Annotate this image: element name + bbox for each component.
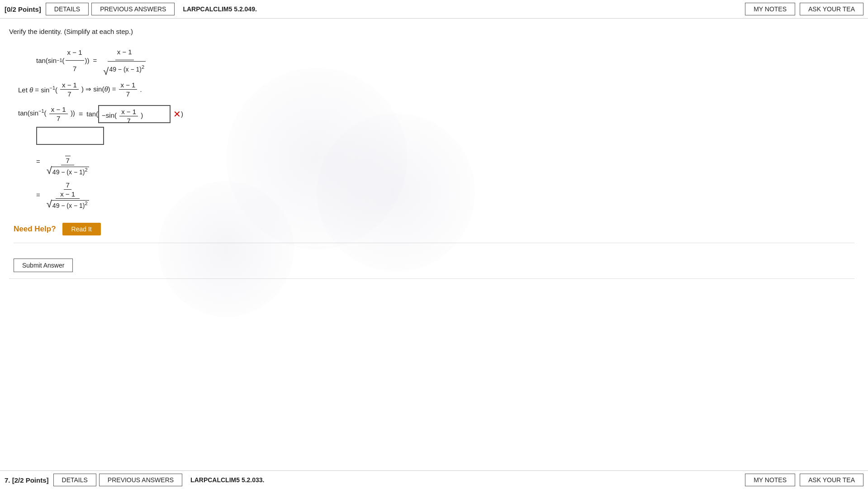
top-bar: [0/2 Points] DETAILS PREVIOUS ANSWERS LA…	[0, 0, 868, 19]
step2-input[interactable]	[36, 127, 104, 145]
step1-input[interactable]: −sin( x − 1 7 )	[98, 105, 171, 123]
frac-step3-outer: 7 √ 49 − (x − 1)2	[45, 148, 91, 176]
read-it-btn[interactable]: Read It	[62, 223, 101, 235]
wrong-icon: ✕	[173, 109, 181, 120]
main-content: Verify the identity. (Simplify at each s…	[0, 19, 868, 326]
problem-id-top: LARPCALCLIM5 5.2.049.	[183, 5, 256, 13]
tab-details-bottom[interactable]: DETAILS	[53, 474, 96, 486]
sqrt-step3: √ 49 − (x − 1)2	[47, 166, 89, 176]
main-formula: tan(sin−1( x − 1 7 )) = x − 1 √ 49 − (x …	[36, 44, 854, 77]
frac-x1-7-main: x − 1 7	[66, 45, 84, 76]
tab-previous-bottom[interactable]: PREVIOUS ANSWERS	[99, 474, 182, 486]
frac-step3-final: 7 x − 1 √ 49 − (x − 1)2	[45, 181, 91, 209]
submit-btn[interactable]: Submit Answer	[14, 259, 73, 272]
problem-id-bottom: LARPCALCLIM5 5.2.033.	[190, 476, 264, 484]
step1-line: tan(sin−1( x − 1 7 )) = tan( −sin( x − 1…	[18, 105, 854, 123]
paren2: (	[62, 53, 65, 68]
step3-line1: = 7 √ 49 − (x − 1)2	[36, 148, 854, 176]
paren-open: (	[46, 53, 48, 68]
tab-details-top[interactable]: DETAILS	[46, 3, 89, 15]
submit-area: Submit Answer	[9, 252, 854, 279]
bottom-bar: 7. [2/2 Points] DETAILS PREVIOUS ANSWERS…	[0, 470, 868, 489]
let-theta-line: Let θ = sin−1( x − 1 7 ) ⇒ sin(θ) = x − …	[18, 81, 854, 98]
frac-step1-inside: x − 1 7	[119, 108, 138, 125]
step3-block: = 7 √ 49 − (x − 1)2	[36, 148, 854, 209]
need-help-label: Need Help?	[14, 225, 56, 234]
frac-rhs-main: x − 1 √ 49 − (x − 1)2	[101, 44, 147, 77]
need-help-row: Need Help? Read It	[14, 223, 854, 243]
ask-teacher-btn-top[interactable]: ASK YOUR TEA	[800, 3, 863, 15]
score-badge: [0/2 Points]	[5, 5, 41, 13]
score-badge-bottom: 7. [2/2 Points]	[5, 476, 49, 484]
sqrt-step3-final: √ 49 − (x − 1)2	[47, 199, 89, 209]
formula-lhs: tan(sin−1( x − 1 7 )) = x − 1 √ 49 − (x …	[36, 44, 148, 77]
frac-let: x − 1 7	[60, 81, 79, 98]
sqrt-main: √ 49 − (x − 1)2	[103, 61, 146, 76]
tab-previous-top[interactable]: PREVIOUS ANSWERS	[91, 3, 175, 15]
my-notes-btn-top[interactable]: MY NOTES	[745, 3, 795, 15]
step3-line2: = 7 x − 1 √ 49 − (x − 1)2	[36, 181, 854, 209]
frac-step3-inner-num: 7	[64, 148, 71, 164]
frac-sin-theta: x − 1 7	[119, 81, 138, 98]
frac-step3-final-inner: 7 x − 1	[58, 181, 77, 198]
ask-teacher-btn-bottom[interactable]: ASK YOUR TEA	[800, 474, 863, 486]
page-wrapper: [0/2 Points] DETAILS PREVIOUS ANSWERS LA…	[0, 0, 868, 489]
frac-step1-x1-7: x − 1 7	[49, 105, 68, 122]
my-notes-btn-bottom[interactable]: MY NOTES	[745, 474, 795, 486]
problem-instruction: Verify the identity. (Simplify at each s…	[9, 28, 854, 35]
